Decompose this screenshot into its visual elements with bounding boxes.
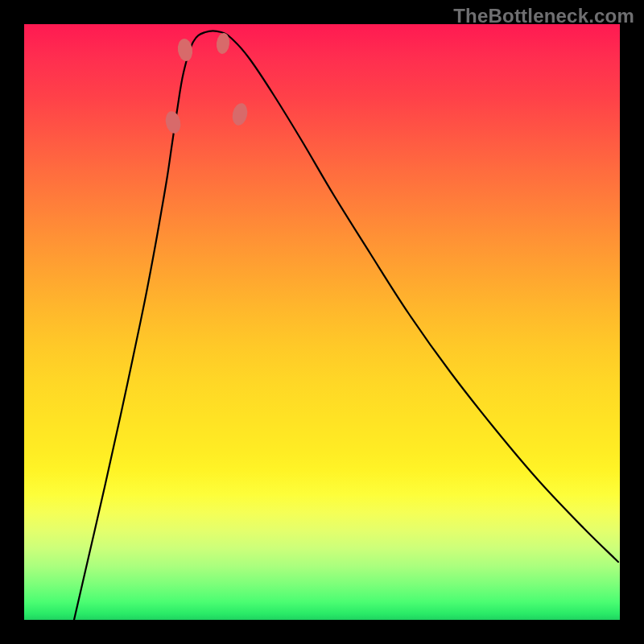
marker-left-upper [163, 109, 182, 134]
chart-frame: TheBottleneck.com [0, 0, 644, 644]
marker-group [163, 32, 249, 134]
marker-left-lower [176, 38, 194, 62]
bottleneck-curve [74, 31, 618, 620]
plot-area [24, 24, 620, 620]
curve-svg [24, 24, 620, 620]
watermark: TheBottleneck.com [453, 5, 634, 27]
marker-right-upper [230, 101, 249, 126]
